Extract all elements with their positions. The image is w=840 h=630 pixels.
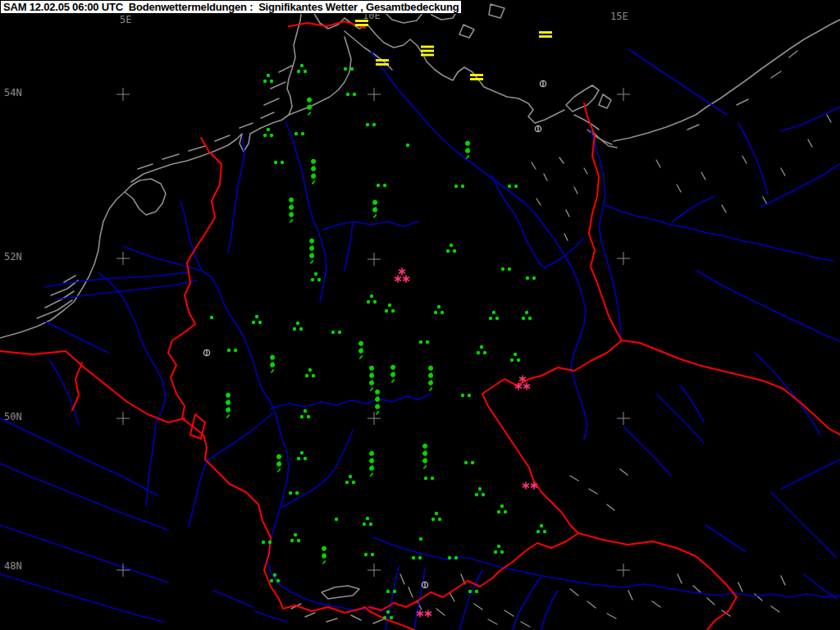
station-symbol-dot1 — [419, 537, 422, 541]
map-title-bar: SAM 12.02.05 06:00 UTC Bodenwettermeldun… — [0, 0, 462, 14]
station-symbol-rain3 — [383, 610, 393, 619]
station-symbol-drizzle3 — [290, 199, 293, 223]
station-symbol-rain2 — [364, 553, 374, 556]
station-symbol-rain2 — [424, 477, 434, 480]
station-symbol-mist — [376, 59, 389, 66]
station-symbol-rain2 — [366, 123, 376, 126]
station-symbol-drizzle3 — [310, 240, 313, 264]
station-symbol-cloud — [540, 80, 546, 86]
station-symbol-drizzle2 — [271, 356, 274, 373]
station-symbol-rain3 — [510, 353, 520, 362]
station-symbol-rain2 — [501, 267, 511, 271]
station-symbol-rain2 — [289, 491, 299, 495]
station-symbol-drizzle3 — [429, 367, 432, 391]
station-symbol-snow3 — [515, 376, 530, 390]
station-symbol-drizzle2 — [277, 455, 281, 472]
station-symbol-rain3 — [367, 294, 377, 304]
station-symbol-rain2 — [331, 331, 341, 334]
station-symbol-mist — [470, 74, 483, 80]
station-symbol-rain3 — [497, 504, 507, 514]
weather-map-screen: SAM 12.02.05 06:00 UTC Bodenwettermeldun… — [0, 0, 840, 630]
station-symbol-drizzle3 — [226, 394, 230, 418]
station-symbol-rain3 — [305, 368, 315, 377]
station-symbol-mist — [539, 31, 552, 38]
station-symbol-rain2 — [344, 67, 354, 71]
station-symbol-rain2 — [412, 556, 422, 559]
station-symbol-drizzle3 — [370, 452, 373, 477]
station-symbol-rain2 — [526, 276, 536, 280]
station-symbol-rain3 — [446, 244, 456, 253]
station-symbol-rain2 — [377, 184, 386, 187]
station-symbol-rain3 — [475, 487, 485, 496]
station-symbol-drizzle2 — [359, 342, 363, 359]
station-symbol-drizzle2 — [466, 142, 469, 159]
station-symbol-dot1 — [335, 518, 338, 521]
station-symbol-rain2 — [448, 556, 458, 559]
station-symbol-rain2 — [464, 461, 474, 464]
station-symbol-cloud — [203, 349, 209, 355]
station-symbol-rain3 — [522, 311, 532, 320]
station-symbol-drizzle2 — [391, 366, 395, 383]
station-symbol-drizzle3 — [312, 160, 315, 185]
station-symbol-drizzle3 — [370, 367, 373, 391]
station-symbol-snow2 — [523, 482, 537, 490]
station-symbol-rain2 — [386, 590, 396, 593]
station-symbol-rain2 — [454, 185, 464, 188]
station-symbol-cloud — [535, 126, 541, 131]
station-symbol-rain3 — [297, 64, 307, 73]
station-symbol-fog — [421, 46, 434, 57]
station-symbol-rain3 — [263, 74, 273, 83]
station-symbol-drizzle2 — [308, 98, 311, 116]
station-symbol-rain2 — [468, 590, 478, 593]
station-symbol-snow2 — [417, 610, 431, 618]
station-symbol-rain2 — [346, 93, 356, 96]
station-symbol-rain3 — [290, 533, 300, 542]
station-symbol-rain2 — [508, 185, 518, 188]
station-symbol-rain3 — [345, 475, 355, 484]
station-symbol-dot1 — [406, 144, 409, 147]
station-symbol-dot1 — [210, 316, 213, 319]
station-symbol-layer — [0, 0, 840, 630]
station-symbol-rain3 — [494, 545, 504, 554]
station-symbol-rain3 — [293, 322, 303, 331]
station-symbol-rain3 — [489, 311, 499, 320]
station-symbol-rain2 — [294, 132, 304, 135]
station-symbol-drizzle3 — [376, 390, 379, 415]
station-symbol-drizzle3 — [423, 445, 427, 469]
station-symbol-rain3 — [363, 517, 372, 526]
station-symbol-rain3 — [385, 304, 395, 313]
station-symbol-cloud — [422, 582, 427, 587]
station-symbol-mist — [355, 20, 368, 26]
station-symbol-rain3 — [311, 272, 321, 281]
station-symbol-rain2 — [262, 541, 272, 544]
station-symbol-rain3 — [300, 409, 310, 418]
station-symbol-rain3 — [536, 524, 546, 533]
station-symbol-rain3 — [263, 128, 273, 137]
station-symbol-rain3 — [477, 345, 486, 354]
station-symbol-rain2 — [461, 394, 471, 397]
station-symbol-rain3 — [431, 512, 441, 521]
station-symbol-drizzle2 — [373, 201, 377, 218]
station-symbol-rain2 — [274, 161, 284, 164]
station-symbol-rain3 — [252, 315, 262, 324]
station-symbol-rain2 — [227, 349, 237, 352]
station-symbol-rain2 — [419, 340, 429, 344]
station-symbol-rain3 — [270, 573, 280, 582]
station-symbol-snow3 — [395, 268, 409, 283]
station-symbol-drizzle2 — [322, 547, 326, 564]
station-symbol-rain3 — [434, 305, 444, 314]
station-symbol-rain3 — [297, 451, 307, 460]
